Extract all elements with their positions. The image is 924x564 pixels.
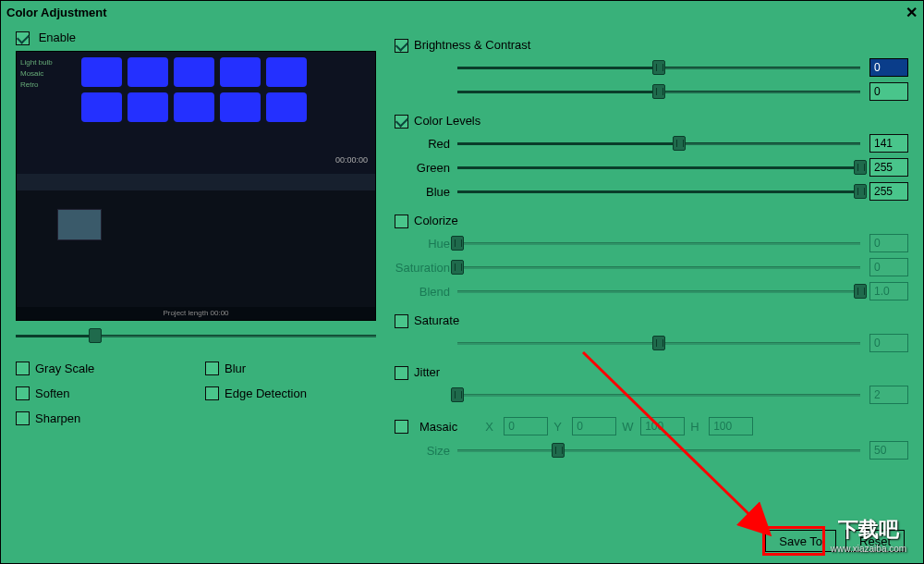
blur-label: Blur <box>225 362 246 375</box>
colorize-title: Colorize <box>414 214 458 227</box>
enable-checkbox[interactable] <box>16 31 30 45</box>
grayscale-checkbox[interactable] <box>16 362 30 375</box>
mosaic-y-label: Y <box>553 420 566 434</box>
green-slider[interactable] <box>457 161 860 174</box>
saturation-label: Saturation <box>395 261 450 275</box>
grayscale-label: Gray Scale <box>35 362 94 375</box>
blue-label: Blue <box>395 185 450 199</box>
levels-title: Color Levels <box>414 114 480 128</box>
brightness-checkbox[interactable] <box>395 39 408 53</box>
contrast-value[interactable]: 0 <box>869 82 908 101</box>
reset-button[interactable]: Reset <box>845 530 905 552</box>
blue-slider[interactable] <box>457 185 860 198</box>
saturation-slider <box>457 261 860 274</box>
timeline-clip <box>57 209 102 240</box>
preview-slider[interactable] <box>16 328 376 343</box>
titlebar: Color Adjustment ✕ <box>1 1 923 23</box>
edge-detection-label: Edge Detection <box>225 386 307 400</box>
blue-value[interactable]: 255 <box>869 182 908 201</box>
preview-pane: Light bulb Mosaic Retro 00:00:00 Project… <box>16 51 376 321</box>
hue-label: Hue <box>395 237 450 251</box>
mosaic-w-label: W <box>622 420 635 434</box>
enable-label: Enable <box>39 31 76 44</box>
preview-side-text: Light bulb Mosaic Retro <box>20 57 53 91</box>
jitter-title: Jitter <box>414 365 440 379</box>
blur-checkbox[interactable] <box>205 362 219 375</box>
mosaic-checkbox[interactable] <box>395 420 408 434</box>
mosaic-size-label: Size <box>395 444 450 458</box>
mosaic-h-label: H <box>690 420 703 434</box>
sharpen-checkbox[interactable] <box>16 411 30 425</box>
window-title: Color Adjustment <box>6 6 107 19</box>
preview-footer: Project length 00:00 <box>17 307 375 320</box>
green-value[interactable]: 255 <box>869 158 908 177</box>
brightness-title: Brightness & Contrast <box>414 38 530 52</box>
mosaic-size-value: 50 <box>869 441 908 460</box>
red-slider[interactable] <box>457 137 860 150</box>
mosaic-h: 100 <box>709 417 753 435</box>
preview-slider-fill <box>16 335 95 337</box>
preview-timecode: 00:00:00 <box>335 155 368 165</box>
sharpen-label: Sharpen <box>35 411 80 425</box>
green-label: Green <box>395 161 450 175</box>
mosaic-size-slider <box>457 444 860 457</box>
saturation-value: 0 <box>869 258 908 276</box>
blend-slider <box>457 285 860 298</box>
save-to-button[interactable]: Save To <box>765 530 836 552</box>
soften-checkbox[interactable] <box>16 386 30 400</box>
saturate-checkbox[interactable] <box>395 314 408 328</box>
saturate-slider <box>457 337 860 349</box>
mosaic-title: Masaic <box>419 420 457 434</box>
edge-detection-checkbox[interactable] <box>205 386 219 400</box>
red-label: Red <box>395 137 450 151</box>
mosaic-x: 0 <box>504 417 548 435</box>
blend-label: Blend <box>395 285 450 299</box>
mosaic-x-label: X <box>485 420 498 434</box>
saturate-value: 0 <box>869 334 908 352</box>
jitter-value: 2 <box>869 386 908 404</box>
brightness-value[interactable]: 0 <box>869 58 908 77</box>
mosaic-y: 0 <box>572 417 616 435</box>
close-icon[interactable]: ✕ <box>906 4 918 21</box>
hue-slider <box>457 237 860 250</box>
red-value[interactable]: 141 <box>869 134 908 153</box>
levels-checkbox[interactable] <box>395 115 408 129</box>
colorize-checkbox[interactable] <box>395 215 408 228</box>
jitter-slider <box>457 388 860 401</box>
saturate-title: Saturate <box>414 313 459 327</box>
soften-label: Soften <box>35 386 70 400</box>
hue-value: 0 <box>869 234 908 252</box>
preview-slider-thumb[interactable] <box>89 328 102 343</box>
enable-row: Enable <box>16 31 376 45</box>
mosaic-w: 100 <box>640 417 685 435</box>
contrast-slider[interactable] <box>457 85 860 98</box>
blend-value: 1.0 <box>869 282 908 300</box>
brightness-slider[interactable] <box>457 61 860 74</box>
jitter-checkbox[interactable] <box>395 366 408 380</box>
